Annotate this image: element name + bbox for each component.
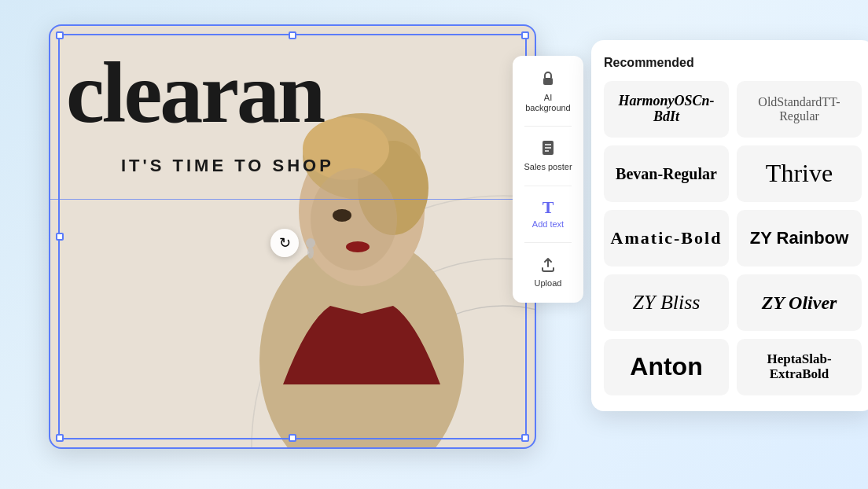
handle-top-right[interactable] [521,31,529,39]
svg-point-10 [346,241,370,252]
font-panel: Recommended HarmonyOSCn-BdIt OldStandard… [591,40,868,411]
toolbar-sales-poster[interactable]: Sales poster [517,131,579,180]
divider-3 [524,242,572,243]
document-icon [539,139,557,159]
font-item-oldstandard[interactable]: OldStandardTT-Regular [737,81,862,138]
font-grid: HarmonyOSCn-BdIt OldStandardTT-Regular B… [604,81,862,395]
toolbar-upload[interactable]: Upload [517,248,579,296]
canvas-area[interactable]: clearan IT'S TIME TO SHOP [49,24,536,449]
svg-point-9 [311,168,397,270]
font-item-zyoliver[interactable]: ZY Oliver [737,274,862,331]
svg-rect-14 [543,78,553,85]
handle-mid-left[interactable] [56,233,64,241]
font-item-zybliss[interactable]: ZY Bliss [604,274,729,331]
toolbar-ai-background[interactable]: AI background [517,62,579,121]
canvas-subtitle: IT'S TIME TO SHOP [121,156,334,176]
font-panel-title: Recommended [604,56,862,70]
font-item-harmonyoscn[interactable]: HarmonyOSCn-BdIt [604,81,729,138]
divider-1 [524,126,572,127]
clearance-heading: clearan [66,50,323,136]
font-label-zyrainbow: ZY Rainbow [750,229,849,248]
font-label-hepta: HeptaSlab-ExtraBold [743,352,855,381]
handle-top-left[interactable] [56,31,64,39]
svg-point-11 [333,209,351,222]
sales-poster-label: Sales poster [524,162,572,172]
divider-2 [524,186,572,186]
toolbar-panel: AI background Sales poster T Add text [513,56,583,303]
font-item-thrive[interactable]: Thrive [737,145,862,202]
font-label-amatic: Amatic-Bold [611,229,723,248]
font-label-anton: Anton [630,353,702,381]
font-item-anton[interactable]: Anton [604,339,729,395]
lock-icon [539,70,557,90]
main-container: clearan IT'S TIME TO SHOP [49,24,819,465]
guide-line-horizontal [50,199,535,200]
add-text-label: Add text [532,219,564,230]
svg-point-13 [307,246,314,259]
font-label-oldstandard: OldStandardTT-Regular [743,95,855,123]
font-item-zyrainbow[interactable]: ZY Rainbow [737,210,862,267]
rotate-handle[interactable]: ↻ [270,229,299,257]
font-item-hepta[interactable]: HeptaSlab-ExtraBold [737,339,862,395]
ai-background-label: AI background [523,93,573,113]
font-label-harmonyoscn: HarmonyOSCn-BdIt [610,94,723,125]
font-label-zybliss: ZY Bliss [633,292,701,314]
handle-bottom-left[interactable] [56,434,64,442]
upload-label: Upload [535,278,562,289]
font-item-amatic[interactable]: Amatic-Bold [604,210,729,267]
font-label-bevan: Bevan-Regular [616,165,717,182]
upload-icon [539,256,557,275]
toolbar-add-text[interactable]: T Add text [517,191,579,237]
font-item-bevan[interactable]: Bevan-Regular [604,145,729,202]
font-label-thrive: Thrive [766,160,833,187]
text-icon: T [542,199,554,216]
font-label-zyoliver: ZY Oliver [762,292,837,313]
handle-top-mid[interactable] [289,31,296,39]
